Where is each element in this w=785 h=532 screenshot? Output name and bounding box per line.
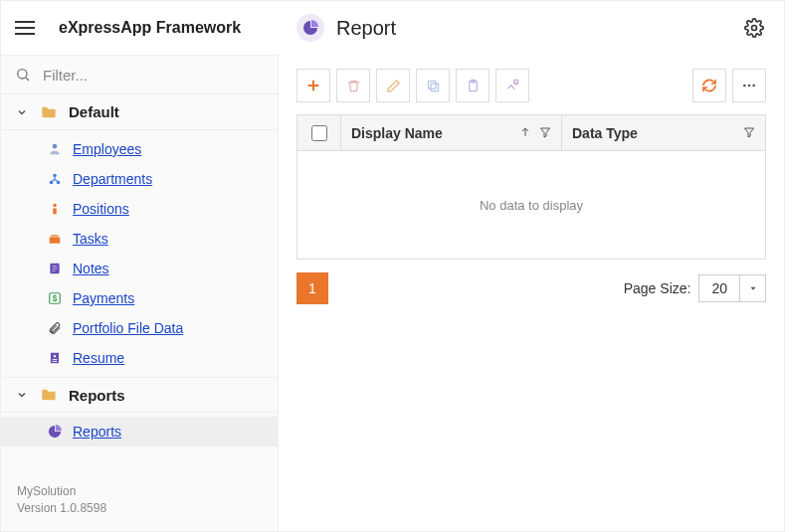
notes-icon: [47, 261, 63, 276]
chevron-down-icon: [15, 389, 29, 401]
tasks-icon: [47, 231, 63, 247]
sidebar-item-label: Positions: [73, 201, 129, 217]
main-area: Default Employees Departments Positions …: [1, 55, 784, 531]
report-icon: [47, 424, 63, 440]
sidebar-item-tasks[interactable]: Tasks: [1, 224, 278, 254]
svg-point-28: [748, 85, 751, 88]
app-title: eXpressApp Framework: [59, 19, 241, 37]
column-header-display-name[interactable]: Display Name: [341, 115, 562, 150]
departments-icon: [47, 171, 63, 187]
sort-ascending-icon[interactable]: [519, 125, 531, 141]
paste-button[interactable]: [456, 69, 490, 102]
filter-icon[interactable]: [743, 125, 755, 141]
svg-rect-18: [53, 359, 58, 360]
data-grid: Display Name Data Type No data to displa…: [296, 114, 766, 260]
sidebar-item-label: Notes: [73, 261, 109, 276]
settings-button[interactable]: [742, 16, 766, 40]
page-size-value: 20: [699, 280, 739, 296]
page-size-select[interactable]: 20: [698, 274, 766, 302]
page-size-label: Page Size:: [624, 280, 691, 296]
svg-rect-23: [428, 81, 436, 89]
sidebar-item-employees[interactable]: Employees: [1, 134, 278, 164]
edit-button[interactable]: [376, 69, 410, 102]
svg-point-6: [53, 174, 57, 178]
svg-point-1: [18, 70, 27, 79]
new-button[interactable]: [296, 69, 330, 102]
sidebar-item-payments[interactable]: $ Payments: [1, 283, 278, 313]
select-all-cell: [297, 115, 341, 150]
svg-point-29: [752, 85, 755, 88]
svg-point-3: [53, 144, 58, 149]
report-page-icon: [296, 14, 324, 42]
employees-icon: [47, 141, 63, 157]
sidebar-item-label: Portfolio File Data: [73, 320, 183, 336]
column-label: Display Name: [351, 125, 443, 141]
resume-icon: [47, 350, 63, 366]
payments-icon: $: [47, 290, 63, 306]
sidebar-group-reports-items: Reports: [1, 413, 278, 450]
hamburger-menu-button[interactable]: [15, 15, 41, 41]
more-actions-button[interactable]: [732, 69, 766, 102]
svg-marker-32: [745, 128, 754, 137]
sidebar-item-label: Payments: [73, 290, 134, 306]
chevron-down-icon: [15, 106, 29, 118]
folder-icon: [41, 388, 57, 402]
svg-point-7: [53, 204, 57, 208]
sidebar-item-resume[interactable]: Resume: [1, 343, 278, 373]
sidebar-item-label: Employees: [73, 141, 141, 157]
column-header-data-type[interactable]: Data Type: [562, 115, 765, 150]
sidebar-item-notes[interactable]: Notes: [1, 254, 278, 283]
svg-rect-8: [53, 208, 57, 214]
top-bar: eXpressApp Framework Report: [1, 1, 784, 55]
top-bar-left: eXpressApp Framework: [1, 15, 279, 41]
sidebar: Default Employees Departments Positions …: [1, 55, 279, 531]
attachment-icon: [47, 320, 63, 336]
format-button[interactable]: [495, 69, 529, 102]
sidebar-footer: MySolution Version 1.0.8598: [1, 471, 278, 531]
svg-marker-33: [750, 287, 755, 290]
sidebar-item-label: Resume: [73, 350, 124, 366]
sidebar-item-reports[interactable]: Reports: [1, 417, 278, 446]
content-area: Display Name Data Type No data to displa…: [279, 55, 784, 531]
sidebar-item-departments[interactable]: Departments: [1, 164, 278, 194]
sidebar-item-label: Tasks: [73, 231, 108, 247]
positions-icon: [47, 201, 63, 217]
sidebar-item-label: Departments: [73, 171, 152, 187]
svg-rect-9: [50, 238, 61, 244]
svg-point-0: [752, 26, 757, 31]
sidebar-item-portfolio[interactable]: Portfolio File Data: [1, 313, 278, 343]
sidebar-group-label: Default: [69, 103, 119, 120]
sidebar-filter-input[interactable]: [41, 66, 264, 85]
pager: 1 Page Size: 20: [296, 271, 766, 305]
grid-header-row: Display Name Data Type: [297, 115, 765, 151]
search-icon: [15, 67, 31, 83]
toolbar: [296, 69, 766, 102]
sidebar-group-label: Reports: [69, 387, 125, 404]
sidebar-group-default-items: Employees Departments Positions Tasks No…: [1, 130, 278, 377]
sidebar-filter-row: [1, 55, 278, 94]
grid-empty-message: No data to display: [297, 151, 765, 259]
sidebar-group-default[interactable]: Default: [1, 94, 278, 130]
svg-point-17: [54, 355, 56, 357]
refresh-button[interactable]: [692, 69, 726, 102]
svg-line-2: [26, 78, 29, 81]
sidebar-group-reports[interactable]: Reports: [1, 377, 278, 413]
svg-point-27: [743, 85, 746, 88]
delete-button[interactable]: [336, 69, 370, 102]
column-label: Data Type: [572, 125, 638, 141]
svg-rect-22: [431, 84, 439, 91]
page-title: Report: [336, 17, 396, 40]
svg-text:$: $: [53, 294, 58, 303]
filter-icon[interactable]: [539, 125, 551, 141]
svg-rect-19: [53, 361, 58, 362]
folder-icon: [41, 105, 57, 119]
svg-rect-26: [513, 80, 517, 84]
solution-name: MySolution: [17, 483, 262, 500]
sidebar-item-label: Reports: [73, 424, 121, 440]
caret-down-icon: [739, 275, 765, 301]
version-label: Version 1.0.8598: [17, 500, 262, 517]
sidebar-item-positions[interactable]: Positions: [1, 194, 278, 224]
copy-button[interactable]: [416, 69, 450, 102]
select-all-checkbox[interactable]: [311, 125, 327, 141]
page-number-current[interactable]: 1: [296, 272, 328, 304]
